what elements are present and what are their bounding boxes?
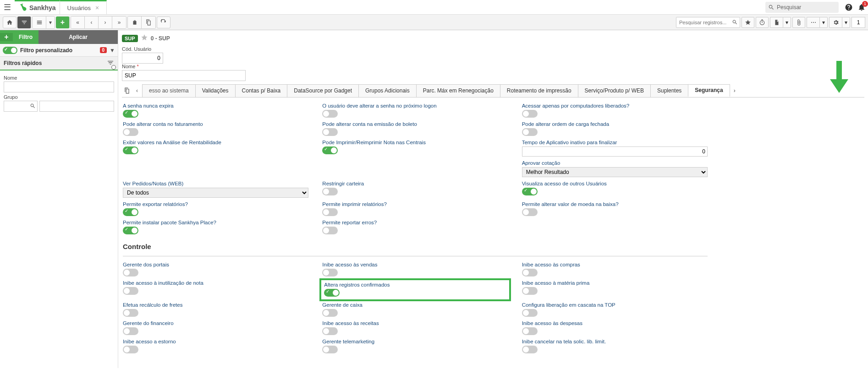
toggle-gerente-portais[interactable] (123, 269, 138, 276)
menu-hamburger-icon[interactable]: ☰ (0, 0, 15, 15)
grupo-desc-input[interactable] (39, 101, 114, 112)
export-button[interactable] (770, 17, 783, 28)
toggle-imprimir-nota[interactable] (322, 146, 338, 154)
setting-label: Permite reportar erros? (322, 220, 508, 225)
cod-input[interactable] (122, 53, 163, 64)
custom-filter-toggle[interactable] (3, 47, 17, 54)
toggle-inibe-despesas[interactable] (522, 327, 538, 335)
nome-input[interactable] (122, 70, 246, 81)
toggle-computadores-liberados[interactable] (522, 110, 538, 118)
page-number-input[interactable] (852, 17, 865, 28)
toggle-visualiza-acesso[interactable] (522, 188, 538, 195)
record-search-input[interactable] (676, 17, 740, 28)
copy-icon[interactable] (122, 84, 132, 97)
tab-seguranca[interactable]: Segurança (688, 84, 730, 97)
tab-roteamento[interactable]: Roteamento de impressão (500, 84, 578, 97)
toggle-alterar-conta-boleto[interactable] (322, 128, 338, 136)
toggle-alterar-moeda[interactable] (522, 208, 538, 216)
record-search[interactable] (676, 17, 740, 28)
tab-datasource-gadget[interactable]: DataSource por Gadget (287, 84, 359, 97)
toggle-gerente-caixa[interactable] (322, 309, 338, 317)
filter-button[interactable]: + Filtro (0, 30, 38, 44)
brand-text: Sankhya (29, 4, 56, 11)
toggle-recalculo-fretes[interactable] (123, 309, 138, 317)
close-icon[interactable]: × (95, 4, 99, 11)
settings-dropdown-button[interactable]: ▾ (842, 17, 850, 28)
notifications-button[interactable]: 1 (855, 1, 868, 14)
setting-label: Pode alterar conta na emissão de boleto (322, 121, 508, 127)
timer-button[interactable] (756, 17, 769, 28)
settings-button[interactable] (829, 17, 842, 28)
custom-filter-badge: 0 (100, 47, 107, 53)
toggle-alterar-senha-logon[interactable] (322, 110, 338, 118)
attachment-button[interactable] (792, 17, 805, 28)
duplicate-button[interactable] (142, 16, 155, 28)
tab-grupos-adicionais[interactable]: Grupos Adicionais (358, 84, 417, 97)
refresh-button[interactable] (157, 16, 170, 28)
tab-contas-baixa[interactable]: Contas p/ Baixa (235, 84, 288, 97)
tab-suplentes[interactable]: Suplentes (650, 84, 688, 97)
global-search-input[interactable]: Pesquisar (765, 2, 839, 13)
toggle-reportar-erros[interactable] (322, 227, 338, 234)
input-tempo-inativo[interactable] (522, 146, 708, 157)
star-icon[interactable] (141, 34, 148, 43)
toggle-inibe-cancelar-solic[interactable] (522, 346, 538, 353)
add-record-button[interactable]: + (56, 16, 70, 28)
toggle-inibe-vendas[interactable] (322, 269, 338, 276)
prev-button[interactable]: ‹ (85, 16, 99, 28)
toggle-altera-registros-confirmados[interactable] (324, 289, 340, 297)
toggle-alterar-conta-fat[interactable] (123, 128, 138, 136)
setting-label: Inibe acesso às vendas (322, 262, 508, 267)
custom-filter-row[interactable]: Filtro personalizado 0 ▼ (0, 44, 118, 57)
tabs-next-button[interactable]: › (730, 84, 740, 97)
next-button[interactable]: › (99, 16, 112, 28)
tab-acesso-sistema[interactable]: esso ao sistema (142, 84, 196, 97)
apply-button[interactable]: Aplicar (38, 30, 118, 44)
toggle-imprimir-relatorios[interactable] (322, 208, 338, 216)
toggle-gerente-financeiro[interactable] (123, 327, 138, 335)
home-button[interactable] (3, 16, 16, 28)
favorite-button[interactable] (742, 17, 754, 28)
filter-toggle-button[interactable] (17, 16, 31, 28)
delete-button[interactable] (128, 16, 142, 28)
chevron-down-icon[interactable]: ▼ (110, 47, 115, 54)
setting-label: Permite alterar valor de moeda na baixa? (522, 201, 708, 207)
toggle-inibe-receitas[interactable] (322, 327, 338, 335)
funnel-icon[interactable] (107, 59, 114, 68)
toggle-restringir-carteira[interactable] (322, 188, 338, 195)
tab-usuarios[interactable]: Usuários × (60, 0, 107, 14)
tab-servico-produto[interactable]: Serviço/Produto p/ WEB (578, 84, 651, 97)
select-aprovar-cotacao[interactable]: Melhor Resultado (522, 167, 708, 177)
view-dropdown-button[interactable]: ▾ (46, 16, 55, 28)
toggle-inibe-estorno[interactable] (123, 346, 138, 353)
toggle-exportar-relatorios[interactable] (123, 208, 138, 216)
record-title: 0 - SUP (151, 35, 170, 42)
last-button[interactable]: » (112, 16, 126, 28)
highlighted-setting: Altera registros confirmados (319, 278, 511, 301)
select-ver-pedidos[interactable]: De todos (123, 188, 308, 198)
more-button[interactable]: ⋯ (807, 17, 819, 28)
toggle-inibe-materia-prima[interactable] (522, 287, 538, 295)
first-button[interactable]: « (71, 16, 85, 28)
help-button[interactable] (842, 1, 855, 14)
tab-parc-max[interactable]: Parc. Máx em Renegociação (416, 84, 500, 97)
tabs-prev-button[interactable]: ‹ (132, 84, 142, 97)
toggle-exibir-rentabilidade[interactable] (123, 146, 138, 154)
toggle-instalar-sankhya-place[interactable] (123, 227, 138, 234)
view-mode-group: ▾ (32, 16, 55, 29)
grid-view-button[interactable] (33, 16, 46, 28)
more-dropdown-button[interactable]: ▾ (819, 17, 828, 28)
toggle-senha-nunca-expira[interactable] (123, 110, 138, 118)
toggle-liberacao-cascata[interactable] (522, 309, 538, 317)
toggle-gerente-telemarketing[interactable] (322, 346, 338, 353)
setting-label: Visualiza acesso de outros Usuários (522, 181, 708, 186)
toggle-inibe-inutilizacao[interactable] (123, 287, 138, 295)
setting-label: Inibe acesso à inutilização de nota (123, 280, 308, 286)
nome-filter-input[interactable] (4, 81, 114, 92)
nome-field-label: Nome * (122, 64, 860, 69)
toggle-inibe-compras[interactable] (522, 269, 538, 276)
export-dropdown-button[interactable]: ▾ (783, 17, 791, 28)
brand-logo[interactable]: Sankhya (15, 0, 60, 14)
toggle-alterar-ordem-carga[interactable] (522, 128, 538, 136)
tab-validacoes[interactable]: Validações (195, 84, 236, 97)
